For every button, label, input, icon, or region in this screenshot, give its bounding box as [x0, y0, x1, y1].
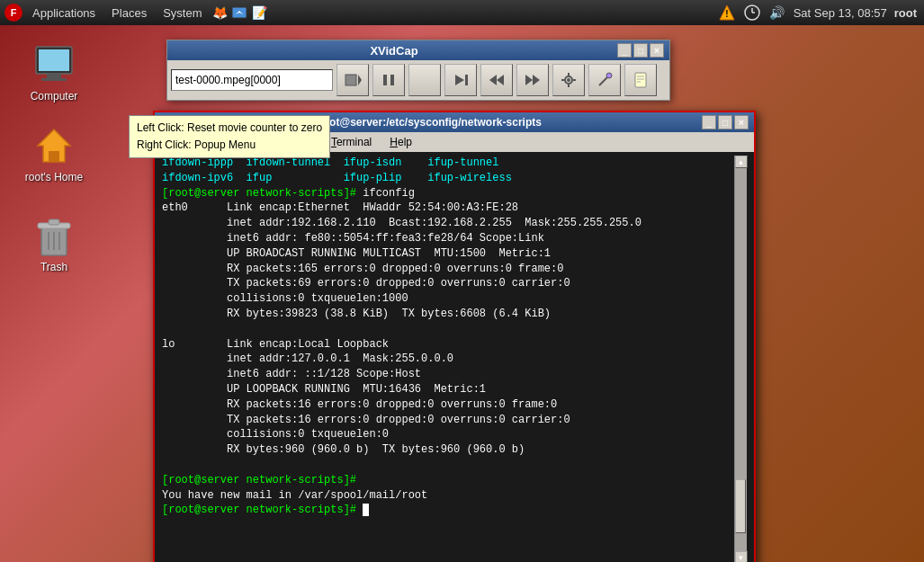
- tooltip: Left Click: Reset movie counter to zero …: [129, 115, 330, 158]
- svg-marker-28: [525, 75, 533, 85]
- svg-point-30: [567, 78, 570, 82]
- svg-marker-29: [533, 75, 540, 85]
- svg-rect-37: [635, 73, 646, 87]
- home-icon-label: root's Home: [25, 171, 83, 183]
- alert-icon[interactable]: !: [718, 4, 736, 22]
- terminal-close-button[interactable]: ×: [734, 115, 749, 129]
- svg-rect-25: [465, 75, 468, 85]
- places-label: Places: [112, 6, 147, 20]
- applications-menu-button[interactable]: Applications: [25, 1, 103, 24]
- xvidcap-fastforward-button[interactable]: [516, 64, 549, 96]
- xvidcap-notes-button[interactable]: [624, 64, 657, 96]
- system-menu-button[interactable]: System: [156, 1, 209, 24]
- svg-rect-9: [39, 49, 69, 71]
- svg-line-35: [599, 76, 608, 85]
- trash-icon-label: Trash: [40, 261, 67, 273]
- menu-terminal[interactable]: Terminal: [324, 134, 379, 150]
- xvidcap-record-button[interactable]: [408, 64, 441, 96]
- desktop-icon-trash[interactable]: Trash: [18, 214, 90, 273]
- xvidcap-skip-forward-button[interactable]: [444, 64, 477, 96]
- xvidcap-close-button[interactable]: ×: [650, 43, 664, 58]
- tooltip-line2: Right Click: Popup Menu: [137, 137, 322, 154]
- scroll-thumb[interactable]: [735, 479, 746, 533]
- terminal-minimize-button[interactable]: _: [702, 115, 716, 129]
- desktop-icon-home[interactable]: root's Home: [18, 124, 90, 183]
- svg-rect-22: [383, 75, 387, 85]
- terminal-text-output: ifdown-ippp ifdown-tunnel ifup-isdn ifup…: [162, 156, 734, 562]
- scroll-up-arrow[interactable]: ▲: [735, 156, 748, 168]
- network-icon[interactable]: [230, 4, 248, 22]
- places-menu-button[interactable]: Places: [104, 1, 154, 24]
- svg-point-36: [606, 73, 612, 78]
- svg-text:F: F: [11, 7, 17, 18]
- applications-label: Applications: [32, 6, 95, 20]
- clock-icon[interactable]: [743, 4, 761, 22]
- volume-icon[interactable]: 🔊: [768, 4, 786, 22]
- taskbar: F Applications Places System 🦊 📝 !: [0, 0, 924, 25]
- terminal-scrollbar[interactable]: ▲ ▼: [734, 156, 747, 562]
- computer-icon: [32, 43, 76, 86]
- terminal-content: ifdown-ippp ifdown-tunnel ifup-isdn ifup…: [155, 152, 754, 562]
- desktop: Computer root's Home Trash XVidCap: [0, 25, 924, 562]
- svg-marker-24: [455, 75, 464, 85]
- xvidcap-pause-button[interactable]: [372, 64, 405, 96]
- username: root: [894, 6, 917, 20]
- home-icon: [32, 124, 76, 167]
- computer-icon-label: Computer: [31, 90, 78, 103]
- system-label: System: [163, 6, 202, 20]
- xvidcap-minimize-button[interactable]: _: [617, 43, 632, 58]
- svg-rect-16: [49, 219, 59, 225]
- firefox-icon[interactable]: 🦊: [211, 4, 229, 22]
- terminal-window: root@server:/etc/sysconfig/network-scrip…: [153, 111, 756, 562]
- svg-rect-23: [390, 75, 394, 85]
- svg-marker-26: [489, 75, 497, 85]
- xvidcap-titlebar: XVidCap _ □ ×: [167, 40, 669, 60]
- datetime: Sat Sep 13, 08:57: [794, 6, 887, 20]
- svg-rect-20: [345, 75, 356, 85]
- xvidcap-window: XVidCap _ □ × test-0000.mpeg[0000]: [166, 40, 670, 101]
- notepad-icon[interactable]: 📝: [250, 4, 268, 22]
- distro-logo-icon: F: [4, 3, 23, 22]
- svg-rect-11: [41, 78, 67, 81]
- svg-marker-21: [358, 75, 362, 85]
- xvidcap-title: XVidCap: [173, 44, 615, 58]
- svg-rect-13: [49, 151, 59, 162]
- tooltip-line1: Left Click: Reset movie counter to zero: [137, 120, 322, 137]
- svg-rect-10: [47, 74, 61, 78]
- scroll-down-arrow[interactable]: ▼: [735, 551, 748, 562]
- menu-help[interactable]: Help: [382, 134, 419, 150]
- xvidcap-reset-button[interactable]: [336, 64, 369, 96]
- scroll-track[interactable]: [735, 168, 747, 551]
- xvidcap-maximize-button[interactable]: □: [633, 43, 648, 58]
- terminal-maximize-button[interactable]: □: [718, 115, 732, 129]
- xvidcap-settings-button[interactable]: [552, 64, 585, 96]
- desktop-icon-computer[interactable]: Computer: [18, 43, 90, 103]
- svg-marker-27: [497, 75, 504, 85]
- xvidcap-body: test-0000.mpeg[0000]: [167, 60, 669, 100]
- xvidcap-pick-button[interactable]: [588, 64, 621, 96]
- svg-text:!: !: [725, 9, 728, 19]
- xvidcap-filename: test-0000.mpeg[0000]: [171, 69, 333, 91]
- trash-icon: [32, 214, 76, 257]
- xvidcap-rewind-button[interactable]: [480, 64, 513, 96]
